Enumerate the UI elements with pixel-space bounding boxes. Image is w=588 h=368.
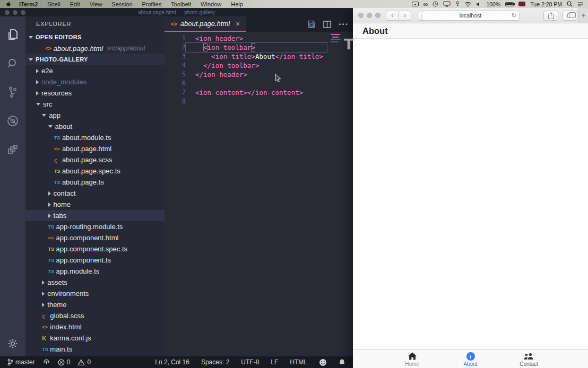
settings-gear-icon[interactable] [0, 338, 25, 349]
errors-indicator[interactable]: 0 [58, 358, 71, 366]
tree-folder-home[interactable]: home [25, 199, 165, 210]
address-bar[interactable]: localhost ↻ [421, 11, 520, 21]
menu-profiles[interactable]: Profiles [137, 0, 167, 8]
tab-about-page-html[interactable]: <> about.page.html × [165, 16, 246, 32]
close-window-button[interactable] [358, 13, 364, 18]
line-number: 2 [165, 43, 186, 52]
chevron-right-icon [42, 303, 45, 307]
notifications-bell-icon[interactable] [339, 358, 345, 366]
key-icon[interactable] [455, 1, 460, 7]
sync-changes-button[interactable] [42, 358, 50, 366]
glasses-icon[interactable]: ∞ [423, 1, 428, 8]
tree-file-about-page-ts[interactable]: TSabout.page.ts [25, 177, 165, 188]
tree-folder-e2e[interactable]: e2e [25, 65, 165, 76]
back-button[interactable]: ‹ [386, 11, 399, 21]
wifi-icon[interactable] [464, 2, 471, 7]
close-tab-icon[interactable]: × [236, 20, 240, 28]
split-editor-icon[interactable] [323, 21, 331, 28]
git-branch-indicator[interactable]: master [7, 358, 35, 366]
chevron-right-icon [48, 191, 51, 196]
tab-about[interactable]: iAbout [442, 350, 500, 367]
share-button[interactable] [543, 11, 558, 21]
status-language-mode[interactable]: HTML [290, 358, 307, 366]
tree-folder-environments[interactable]: environments [25, 288, 165, 299]
code-editor[interactable]: 1<ion-header>2 <ion-toolbar>3 <ion-title… [165, 32, 353, 356]
notification-center-icon[interactable] [577, 2, 584, 7]
menu-edit[interactable]: Edit [65, 0, 85, 8]
apple-menu-icon[interactable] [5, 1, 11, 7]
line-number: 7 [165, 88, 186, 97]
open-preview-icon[interactable] [307, 20, 316, 29]
menu-session[interactable]: Session [107, 0, 137, 8]
tree-file-global-scss[interactable]: ςglobal.scss [25, 310, 165, 321]
new-tab-button[interactable]: + [578, 8, 588, 23]
tab-contact[interactable]: Contact [500, 350, 558, 367]
warnings-indicator[interactable]: 0 [77, 358, 91, 366]
tree-folder-app[interactable]: app [25, 110, 165, 121]
explorer-icon[interactable] [0, 23, 25, 47]
tree-file-about-page-html[interactable]: <>about.page.html [25, 143, 165, 154]
airplay-display-icon[interactable] [443, 1, 451, 7]
menu-window[interactable]: Window [196, 0, 226, 8]
more-actions-icon[interactable]: ··· [339, 20, 349, 29]
tree-folder-theme[interactable]: theme [25, 299, 165, 310]
tab-home[interactable]: Home [383, 350, 442, 367]
battery-icon[interactable] [505, 2, 514, 6]
tree-file-app-routing-module-ts[interactable]: TSapp-routing.module.ts [25, 221, 165, 232]
ts-spec-file-icon: TS [48, 247, 56, 252]
zoom-window-button[interactable] [375, 13, 381, 18]
status-encoding[interactable]: UTF-8 [241, 358, 259, 366]
screen-record-icon[interactable] [412, 2, 419, 6]
code-line-8: 8 [165, 97, 353, 106]
forward-button[interactable]: › [399, 11, 412, 21]
tree-folder-tabs[interactable]: tabs [25, 210, 165, 221]
input-source-flag-icon[interactable] [518, 2, 525, 6]
open-editor-filename: about.page.html [54, 45, 103, 52]
tree-folder-assets[interactable]: assets [25, 277, 165, 288]
menu-app-name[interactable]: iTerm2 [14, 0, 42, 8]
menu-help[interactable]: Help [226, 0, 248, 8]
show-all-tabs-button[interactable] [563, 11, 577, 21]
open-editors-section[interactable]: OPEN EDITORS [25, 31, 165, 43]
status-eol[interactable]: LF [271, 358, 278, 366]
tree-folder-src[interactable]: src [25, 99, 165, 110]
feedback-smiley-icon[interactable] [319, 358, 327, 366]
status-cursor-position[interactable]: Ln 2, Col 16 [155, 358, 189, 366]
open-editor-item[interactable]: <> about.page.html src/app/about [25, 43, 165, 54]
menu-bar-status-icons: ∞ 100% Tue 2:28 PM [412, 0, 588, 8]
tab-label: about.page.html [180, 20, 230, 28]
minimap[interactable] [331, 34, 344, 43]
debug-icon[interactable] [0, 109, 25, 133]
tree-file-karma-conf-js[interactable]: Kkarma.conf.js [25, 332, 165, 344]
vscode-title-bar[interactable]: about.page.html — photo-gallery [0, 8, 353, 16]
menu-bar-clock[interactable]: Tue 2:28 PM [530, 1, 562, 7]
tree-file-app-component-spec-ts[interactable]: TSapp.component.spec.ts [25, 243, 165, 255]
minimize-window-button[interactable] [367, 13, 372, 18]
search-icon[interactable] [0, 51, 25, 76]
tree-file-about-page-spec-ts[interactable]: TSabout.page.spec.ts [25, 165, 165, 177]
tree-file-app-component-html[interactable]: <>app.component.html [25, 232, 165, 243]
tree-file-about-page-scss[interactable]: ςabout.page.scss [25, 154, 165, 165]
reload-icon[interactable]: ↻ [512, 12, 516, 19]
menu-shell[interactable]: Shell [42, 0, 65, 8]
tree-file-index-html[interactable]: <>index.html [25, 321, 165, 332]
tree-folder-resources[interactable]: resources [25, 87, 165, 99]
status-indentation[interactable]: Spaces: 2 [201, 358, 229, 366]
clock-status-icon[interactable] [433, 1, 438, 7]
source-control-icon[interactable] [0, 80, 25, 104]
extensions-icon[interactable] [0, 137, 25, 162]
chevron-down-icon [29, 36, 33, 39]
tree-file-app-module-ts[interactable]: TSapp.module.ts [25, 266, 165, 277]
menu-toolbelt[interactable]: Toolbelt [166, 0, 196, 8]
safari-window: ‹ › localhost ↻ + About HomeiAboutContac… [353, 8, 588, 368]
tree-file-app-component-ts[interactable]: TSapp.component.ts [25, 255, 165, 266]
tree-folder-node-modules[interactable]: node_modules [25, 76, 165, 87]
tree-folder-contact[interactable]: contact [25, 188, 165, 199]
menu-view[interactable]: View [85, 0, 107, 8]
tree-file-about-module-ts[interactable]: TSabout.module.ts [25, 132, 165, 143]
tree-file-main-ts[interactable]: TSmain.ts [25, 344, 165, 355]
tree-folder-about[interactable]: about [25, 121, 165, 132]
project-section-header[interactable]: PHOTO-GALLERY [25, 54, 165, 65]
volume-icon[interactable] [476, 2, 481, 7]
spotlight-icon[interactable] [567, 1, 573, 7]
